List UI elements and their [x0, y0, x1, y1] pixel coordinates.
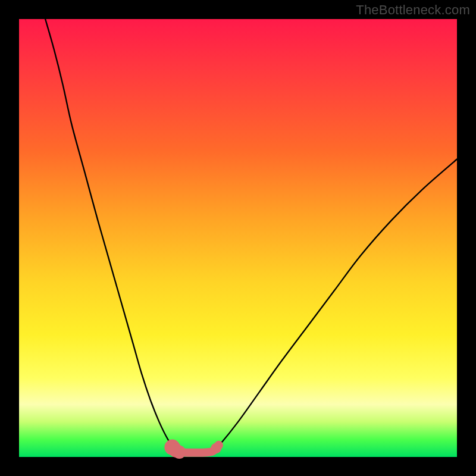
chart-frame: TheBottleneck.com — [0, 0, 476, 476]
right-curve — [212, 159, 457, 453]
floor-marker — [214, 441, 223, 450]
left-curve — [45, 19, 178, 453]
plot-area — [19, 19, 457, 457]
curve-layer — [45, 19, 457, 459]
watermark-text: TheBottleneck.com — [356, 2, 470, 18]
chart-svg — [19, 19, 457, 457]
floor-marker — [173, 446, 186, 459]
